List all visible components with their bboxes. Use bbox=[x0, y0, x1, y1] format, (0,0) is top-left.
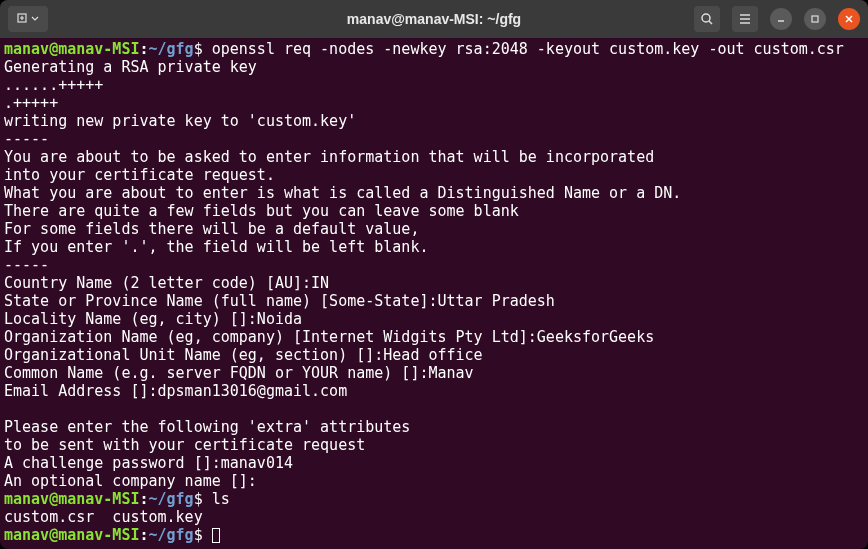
output-line: Country Name (2 letter code) [AU]:IN bbox=[4, 274, 329, 292]
prompt-colon: : bbox=[139, 490, 148, 508]
output-line: into your certificate request. bbox=[4, 166, 275, 184]
titlebar-right bbox=[694, 6, 860, 32]
new-tab-icon bbox=[17, 13, 29, 25]
minimize-icon bbox=[776, 14, 786, 24]
prompt-symbol: $ bbox=[194, 40, 203, 58]
output-line: Locality Name (eg, city) []:Noida bbox=[4, 310, 302, 328]
output-line: .+++++ bbox=[4, 94, 58, 112]
prompt-user: manav@manav-MSI bbox=[4, 490, 139, 508]
window-title: manav@manav-MSI: ~/gfg bbox=[347, 11, 521, 27]
prompt-symbol: $ bbox=[194, 526, 203, 544]
titlebar: manav@manav-MSI: ~/gfg bbox=[0, 0, 868, 38]
terminal-window: manav@manav-MSI: ~/gfg manav@manav-MSI:~… bbox=[0, 0, 868, 549]
output-line: Email Address []:dpsman13016@gmail.com bbox=[4, 382, 347, 400]
prompt-user: manav@manav-MSI bbox=[4, 526, 139, 544]
output-line: For some fields there will be a default … bbox=[4, 220, 419, 238]
command-openssl: openssl req -nodes -newkey rsa:2048 -key… bbox=[212, 40, 844, 58]
output-line: You are about to be asked to enter infor… bbox=[4, 148, 654, 166]
cursor bbox=[212, 528, 220, 543]
chevron-down-icon bbox=[31, 15, 39, 23]
output-line: Organization Name (eg, company) [Interne… bbox=[4, 328, 654, 346]
svg-line-4 bbox=[709, 21, 712, 24]
output-line: ......+++++ bbox=[4, 76, 103, 94]
prompt-path: ~/gfg bbox=[149, 40, 194, 58]
titlebar-left bbox=[8, 6, 48, 32]
close-button[interactable] bbox=[838, 8, 860, 30]
prompt-path: ~/gfg bbox=[149, 526, 194, 544]
close-icon bbox=[844, 14, 854, 24]
prompt-path: ~/gfg bbox=[149, 490, 194, 508]
command-ls: ls bbox=[212, 490, 230, 508]
output-line: State or Province Name (full name) [Some… bbox=[4, 292, 555, 310]
output-line: ----- bbox=[4, 130, 49, 148]
output-line: custom.csr custom.key bbox=[4, 508, 203, 526]
prompt-colon: : bbox=[139, 526, 148, 544]
search-icon bbox=[700, 12, 714, 26]
maximize-icon bbox=[810, 14, 820, 24]
output-line: ----- bbox=[4, 256, 49, 274]
new-tab-button[interactable] bbox=[8, 6, 48, 32]
output-line: What you are about to enter is what is c… bbox=[4, 184, 681, 202]
minimize-button[interactable] bbox=[770, 8, 792, 30]
prompt-user: manav@manav-MSI bbox=[4, 40, 139, 58]
output-line: A challenge password []:manav014 bbox=[4, 454, 293, 472]
search-button[interactable] bbox=[694, 6, 720, 32]
output-line: writing new private key to 'custom.key' bbox=[4, 112, 356, 130]
hamburger-icon bbox=[738, 12, 752, 26]
output-line: to be sent with your certificate request bbox=[4, 436, 365, 454]
output-line: Generating a RSA private key bbox=[4, 58, 257, 76]
output-line: Organizational Unit Name (eg, section) [… bbox=[4, 346, 483, 364]
menu-button[interactable] bbox=[732, 6, 758, 32]
output-line: If you enter '.', the field will be left… bbox=[4, 238, 428, 256]
output-line: An optional company name []: bbox=[4, 472, 257, 490]
output-line: There are quite a few fields but you can… bbox=[4, 202, 519, 220]
prompt-colon: : bbox=[139, 40, 148, 58]
svg-point-3 bbox=[702, 14, 710, 22]
terminal-content[interactable]: manav@manav-MSI:~/gfg$ openssl req -node… bbox=[0, 38, 868, 549]
svg-rect-9 bbox=[812, 16, 818, 22]
output-line: Common Name (e.g. server FQDN or YOUR na… bbox=[4, 364, 474, 382]
prompt-symbol: $ bbox=[194, 490, 203, 508]
maximize-button[interactable] bbox=[804, 8, 826, 30]
output-line: Please enter the following 'extra' attri… bbox=[4, 418, 410, 436]
